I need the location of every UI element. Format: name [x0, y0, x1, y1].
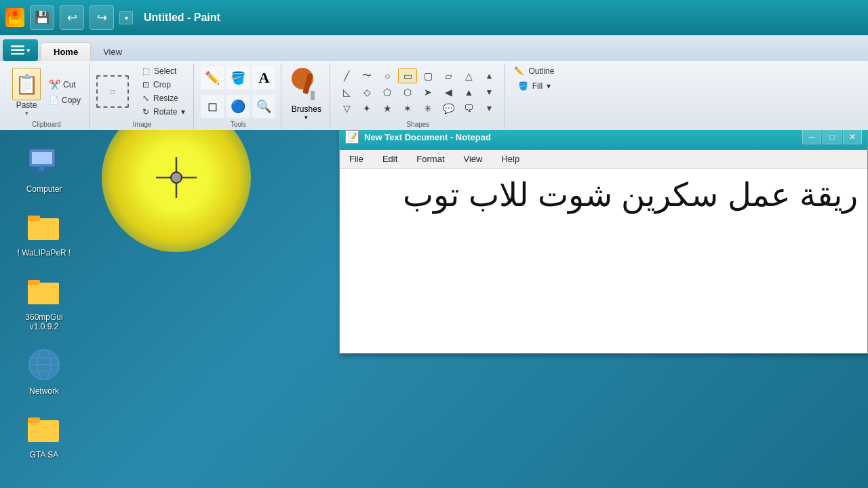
highlight-circle — [102, 130, 251, 252]
shape-star6[interactable]: ✶ — [398, 101, 417, 116]
paste-button[interactable]: 📋 Paste ▾ — [9, 65, 43, 119]
shape-right-triangle[interactable]: ◺ — [337, 85, 356, 100]
shape-callout1[interactable]: 💬 — [439, 101, 458, 116]
shape-rect[interactable]: ▭ — [398, 68, 417, 83]
desktop-icon-computer[interactable]: Computer — [14, 144, 75, 194]
rotate-dropdown-icon: ▾ — [181, 107, 185, 117]
rotate-button[interactable]: ↻ Rotate ▾ — [140, 106, 188, 118]
pencil-tool[interactable]: ✏️ — [201, 66, 224, 89]
notepad-menu-format[interactable]: Format — [407, 151, 454, 167]
eyedropper-tool[interactable]: 🔵 — [226, 95, 250, 118]
shape-parallelogram[interactable]: ▱ — [439, 68, 458, 83]
tab-view[interactable]: View — [91, 43, 134, 61]
undo-button[interactable]: ↩ — [60, 5, 84, 30]
quick-access-dropdown[interactable]: ▾ — [119, 11, 133, 24]
paste-dropdown[interactable]: ▾ — [25, 110, 28, 117]
svg-rect-13 — [32, 152, 52, 164]
shapes-scroll-up[interactable]: ▲ — [479, 68, 498, 83]
ribbon-menu-button[interactable]: ▾ — [3, 39, 38, 61]
shape-star5[interactable]: ★ — [378, 101, 397, 116]
notepad-content[interactable]: ريقة عمل سكرين شوت للاب توب — [340, 169, 867, 222]
outline-label: Outline — [528, 66, 554, 76]
magnifier-tool[interactable]: 🔍 — [252, 95, 275, 118]
window-title: Untitled - Paint — [144, 12, 220, 24]
crop-button[interactable]: ⊡ Crop — [140, 79, 188, 91]
notepad-menu-help[interactable]: Help — [492, 151, 529, 167]
shape-triangle[interactable]: △ — [459, 68, 478, 83]
desktop: Computer ! WaLIPaPeR ! 360mpGuiv1.0.9.2 — [0, 130, 868, 488]
notepad-icon: 📝 — [345, 130, 359, 144]
outline-fill-content: ✏️ Outline 🪣 Fill ▾ — [511, 65, 557, 128]
notepad-close[interactable]: ✕ — [843, 130, 862, 144]
shapes-label: Shapes — [406, 119, 429, 128]
shapes-scroll-more[interactable]: ▼ — [479, 101, 498, 116]
svg-rect-5 — [11, 53, 24, 55]
svg-point-2 — [12, 11, 18, 16]
cut-button[interactable]: ✂️ Cut — [46, 78, 83, 92]
paste-icon: 📋 — [12, 68, 41, 100]
rotate-label: Rotate — [153, 107, 177, 117]
shape-hexagon[interactable]: ⬡ — [398, 85, 417, 100]
fill-icon: 🪣 — [518, 81, 528, 91]
crop-icon: ⊡ — [142, 80, 149, 89]
svg-point-25 — [29, 350, 59, 380]
svg-rect-8 — [311, 91, 315, 100]
tools-group: ✏️ 🪣 A ◻ 🔵 🔍 Tools — [195, 64, 281, 129]
shape-arrow-right[interactable]: ➤ — [418, 85, 437, 100]
fill-label: Fill — [532, 81, 542, 91]
brushes-dropdown-icon[interactable]: ▾ — [304, 114, 308, 121]
shape-oval[interactable]: ○ — [378, 68, 397, 83]
copy-button[interactable]: 📄 Copy — [46, 94, 83, 106]
desktop-icon-360mp[interactable]: 360mpGuiv1.0.9.2 — [14, 272, 75, 332]
eraser-tool[interactable]: ◻ — [201, 95, 224, 118]
outline-button[interactable]: ✏️ Outline — [511, 65, 557, 77]
fill-tool[interactable]: 🪣 — [226, 66, 250, 89]
desktop-icon-gtasa[interactable]: GTA SA — [14, 409, 75, 460]
image-inner: □ ⬚ Select ⊡ Crop ⤡ Resize — [96, 65, 188, 118]
scissors-icon: ✂️ — [49, 79, 60, 90]
notepad-menu-edit[interactable]: Edit — [373, 151, 407, 167]
image-content: □ ⬚ Select ⊡ Crop ⤡ Resize — [96, 65, 188, 119]
notepad-menu-file[interactable]: File — [340, 151, 373, 167]
shape-line[interactable]: ╱ — [337, 68, 356, 83]
fill-dropdown-icon[interactable]: ▾ — [547, 81, 551, 91]
shape-pentagon[interactable]: ⬠ — [378, 85, 397, 100]
resize-icon: ⤡ — [142, 94, 149, 103]
notepad-maximize[interactable]: □ — [823, 130, 842, 144]
gtasa-folder-icon — [25, 409, 63, 447]
shape-callout2[interactable]: 🗨 — [459, 101, 478, 116]
desktop-icon-network[interactable]: Network — [14, 346, 75, 396]
shape-star4[interactable]: ✦ — [357, 101, 376, 116]
desktop-icon-wallpaper[interactable]: ! WaLIPaPeR ! — [14, 207, 75, 258]
shape-diamond[interactable]: ◇ — [357, 85, 376, 100]
brushes-button[interactable]: Brushes ▾ — [289, 65, 324, 121]
select-label: Select — [154, 66, 176, 76]
tab-home[interactable]: Home — [41, 42, 91, 61]
shapes-scroll-down[interactable]: ▼ — [479, 85, 498, 100]
save-button[interactable]: 💾 — [30, 5, 54, 30]
shape-arrow-up[interactable]: ▲ — [459, 85, 478, 100]
notepad-menubar: File Edit Format View Help — [340, 150, 867, 169]
shape-star8[interactable]: ✳ — [418, 101, 437, 116]
shape-curve[interactable]: 〜 — [357, 68, 376, 83]
shape-arrow-down[interactable]: ▽ — [337, 101, 356, 116]
notepad-menu-view[interactable]: View — [454, 151, 492, 167]
computer-label: Computer — [26, 184, 62, 194]
brushes-label: Brushes — [292, 104, 321, 114]
notepad-controls: ─ □ ✕ — [802, 130, 862, 144]
notepad-window: 📝 New Text Document - Notepad ─ □ ✕ File… — [339, 130, 868, 354]
shape-arrow-left[interactable]: ◀ — [439, 85, 458, 100]
text-tool[interactable]: A — [252, 66, 275, 89]
ribbon: ▾ Home View 📋 Paste ▾ ✂️ Cut 📄 — [0, 35, 868, 130]
redo-button[interactable]: ↪ — [90, 5, 114, 30]
select-button[interactable]: ⬚ Select — [140, 65, 188, 77]
shape-rounded-rect[interactable]: ▢ — [418, 68, 437, 83]
notepad-title: New Text Document - Notepad — [364, 132, 797, 142]
fill-button[interactable]: 🪣 Fill ▾ — [515, 80, 553, 92]
notepad-minimize[interactable]: ─ — [802, 130, 821, 144]
resize-button[interactable]: ⤡ Resize — [140, 92, 188, 104]
svg-rect-17 — [28, 216, 40, 221]
tools-content: ✏️ 🪣 A ◻ 🔵 🔍 — [201, 65, 275, 119]
brushes-group: Brushes ▾ — [283, 64, 330, 129]
copy-icon: 📄 — [49, 96, 59, 105]
